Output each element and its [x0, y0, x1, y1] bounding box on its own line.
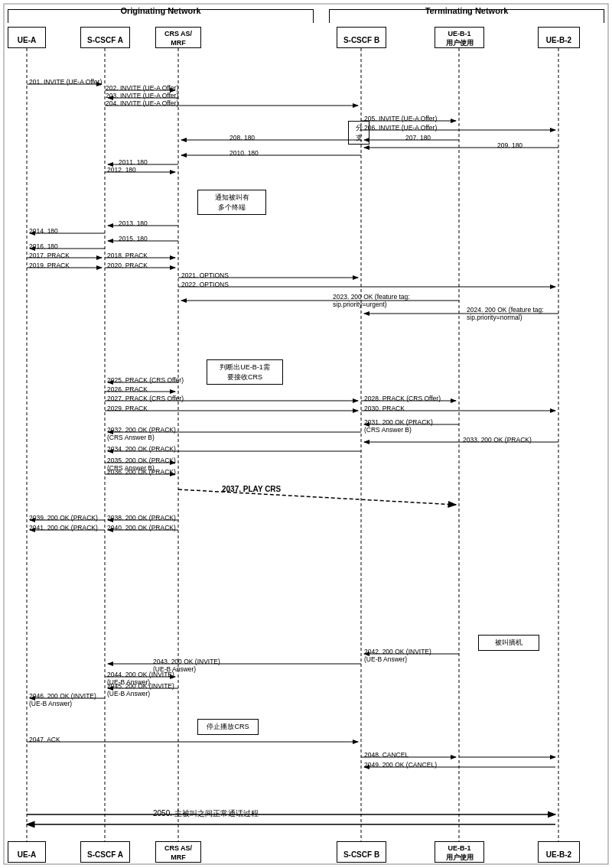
msg-203: 203. INVITE (UE-A Offer) [106, 92, 178, 99]
msg-2011: 2011. 180 [119, 158, 148, 166]
originating-network-label: Originating Network [8, 6, 314, 15]
msg-2028: 2028. PRACK (CRS Offer) [364, 395, 441, 402]
msg-2041: 2041. 200 OK (PRACK) [29, 524, 98, 532]
svg-rect-58 [4, 4, 608, 864]
msg-208: 208. 180 [230, 134, 255, 141]
msg-2013: 2013. 180 [119, 219, 148, 227]
entity-S-CSCF-A: S-CSCF A [80, 27, 130, 48]
note-judge-crs: 判断出UE-B-1需要接收CRS [207, 359, 283, 385]
msg-2025: 2025. PRACK (CRS Offer) [107, 376, 184, 384]
msg-2048: 2048. CANCEL [364, 751, 409, 759]
msg-2045: 2045. 200 OK (INVITE)(UE-B Answer) [107, 682, 174, 697]
entity-UE-B-1-bottom: UE-B-1用户使用 [435, 841, 484, 863]
sequence-arrows [0, 0, 612, 868]
msg-2012: 2012. 180 [107, 166, 136, 174]
msg-2031: 2031. 200 OK (PRACK)(CRS Answer B) [364, 418, 433, 434]
note-stop-crs: 停止播放CRS [197, 719, 259, 735]
msg-2037: 2037. PLAY CRS [222, 485, 281, 494]
entity-S-CSCF-B-bottom: S-CSCF B [337, 841, 386, 863]
msg-2032: 2032. 200 OK (PRACK)(CRS Answer B) [107, 426, 176, 441]
msg-2046: 2046. 200 OK (INVITE)(UE-B Answer) [29, 692, 96, 707]
msg-2042: 2042. 200 OK (INVITE)(UE-B Answer) [364, 648, 431, 663]
msg-204: 204. INVITE (UE-A Offer) [106, 99, 178, 107]
msg-2047: 2047. ACK [29, 736, 60, 743]
entity-UE-B-2-bottom: UE-B-2 [538, 841, 580, 863]
note-multiple-terminals: 通知被叫有多个终端 [197, 190, 266, 215]
msg-2049: 2049. 200 OK (CANCEL) [364, 761, 437, 769]
msg-2026: 2026. PRACK [107, 385, 148, 393]
sequence-diagram: Originating Network Terminating Network … [0, 0, 612, 868]
msg-2038: 2038. 200 OK (PRACK) [107, 514, 176, 522]
msg-2019: 2019. PRACK [29, 262, 70, 269]
entity-S-CSCF-A-bottom: S-CSCF A [80, 841, 130, 863]
msg-2050: 2050. 主被叫之间正常通话过程 [153, 809, 259, 818]
msg-207: 207. 180 [405, 134, 431, 141]
terminating-network-label: Terminating Network [329, 6, 604, 15]
msg-2036: 2036. 200 OK (PRACK) [107, 468, 176, 476]
msg-2015: 2015. 180 [119, 235, 148, 242]
note-called-offhook: 被叫摘机 [478, 635, 539, 651]
svg-line-42 [178, 489, 456, 505]
msg-2029: 2029. PRACK [107, 405, 148, 412]
msg-2030: 2030. PRACK [364, 405, 405, 412]
msg-2017: 2017. PRACK [29, 252, 70, 259]
msg-2033: 2033. 200 OK (PRACK) [463, 436, 532, 444]
msg-2014: 2014. 180 [29, 227, 58, 235]
entity-S-CSCF-B: S-CSCF B [337, 27, 386, 48]
msg-2039: 2039. 200 OK (PRACK) [29, 514, 98, 522]
msg-2021: 2021. OPTIONS [181, 271, 229, 279]
msg-2016: 2016. 180 [29, 242, 58, 250]
msg-206: 206. INVITE (UE-A Offer) [364, 124, 437, 132]
entity-CRS-AS-bottom: CRS AS/MRF [155, 841, 201, 863]
msg-209: 209. 180 [497, 141, 522, 149]
msg-2023: 2023. 200 OK (feature tag:sip.priority=u… [333, 293, 410, 308]
msg-2024: 2024. 200 OK (feature tag:sip.priority=n… [467, 306, 544, 321]
msg-2040: 2040. 200 OK (PRACK) [107, 524, 176, 532]
msg-2010: 2010. 180 [230, 149, 259, 157]
entity-UE-A-bottom: UE-A [8, 841, 46, 863]
msg-205: 205. INVITE (UE-A Offer) [364, 115, 437, 122]
entity-UE-A: UE-A [8, 27, 46, 48]
msg-2018: 2018. PRACK [107, 252, 148, 259]
msg-201: 201. INVITE (UE-A Offer) [29, 78, 102, 86]
entity-CRS-AS: CRS AS/MRF [155, 27, 201, 48]
msg-2020: 2020. PRACK [107, 262, 148, 269]
msg-2027: 2027. PRACK (CRS Offer) [107, 395, 184, 402]
entity-UE-B-1: UE-B-1用户使用 [435, 27, 484, 48]
entity-UE-B-2: UE-B-2 [538, 27, 580, 48]
msg-2022: 2022. OPTIONS [181, 281, 229, 288]
msg-202: 202. INVITE (UE-A Offer) [106, 84, 178, 92]
msg-2034: 2034. 200 OK (PRACK) [107, 445, 176, 453]
